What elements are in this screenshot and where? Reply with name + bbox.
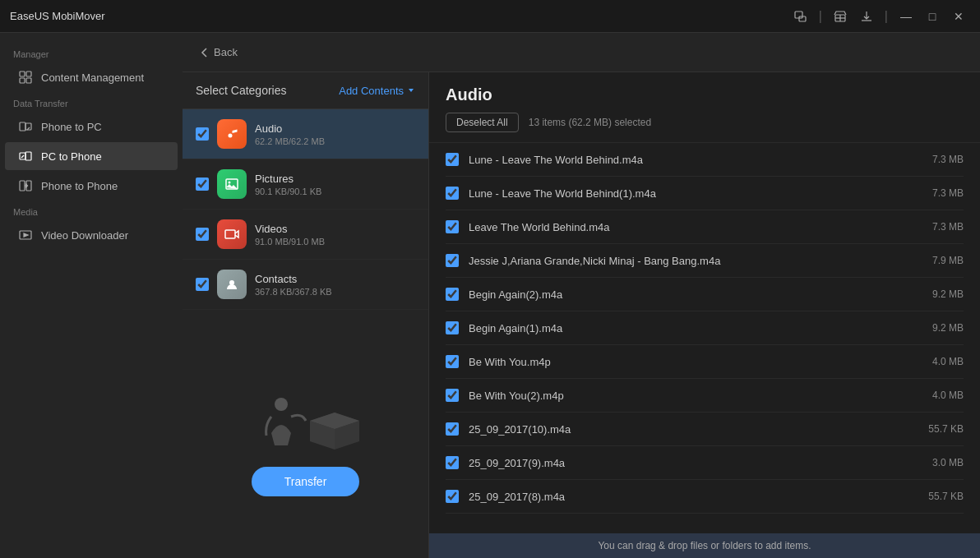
files-title: Audio — [446, 85, 964, 104]
file-item: Begin Again(1).m4a 9.2 MB — [446, 311, 964, 345]
contacts-checkbox[interactable] — [196, 278, 209, 291]
pictures-icon — [217, 169, 247, 199]
videos-size: 91.0 MB/91.0 MB — [255, 237, 415, 247]
audio-checkbox[interactable] — [196, 127, 209, 141]
file-size-1: 7.3 MB — [906, 187, 964, 199]
file-item: Be With You.m4p 4.0 MB — [446, 345, 964, 379]
minimize-button[interactable]: — — [894, 5, 918, 28]
svg-point-23 — [229, 182, 231, 184]
videos-info: Videos 91.0 MB/91.0 MB — [255, 223, 415, 247]
file-name-9: 25_09_2017(9).m4a — [469, 457, 896, 469]
sep1: | — [819, 9, 822, 24]
audio-icon — [217, 119, 247, 149]
contacts-icon — [217, 270, 247, 299]
file-name-7: Be With You(2).m4p — [469, 390, 896, 402]
pictures-info: Pictures 90.1 KB/90.1 KB — [255, 173, 415, 196]
app-title: EaseUS MobiMover — [10, 10, 105, 22]
data-transfer-label: Data Transfer — [0, 92, 183, 112]
file-item: Lune - Leave The World Behind(1).m4a 7.3… — [446, 177, 964, 210]
deselect-all-button[interactable]: Deselect All — [446, 113, 519, 132]
top-bar: Back — [183, 33, 980, 72]
file-checkbox-9[interactable] — [446, 456, 459, 469]
download-button[interactable] — [855, 5, 878, 28]
maximize-button[interactable]: □ — [921, 5, 944, 28]
phone-to-phone-label: Phone to Phone — [41, 180, 118, 192]
file-item: Leave The World Behind.m4a 7.3 MB — [446, 210, 964, 244]
categories-title: Select Categories — [196, 84, 287, 97]
file-size-10: 55.7 KB — [906, 491, 964, 502]
file-size-2: 7.3 MB — [906, 221, 964, 233]
sidebar-item-phone-to-pc[interactable]: Phone to PC — [5, 113, 178, 141]
category-audio[interactable]: Audio 62.2 MB/62.2 MB — [183, 109, 428, 159]
contacts-size: 367.8 KB/367.8 KB — [255, 287, 415, 297]
file-checkbox-0[interactable] — [446, 153, 459, 166]
file-checkbox-3[interactable] — [446, 254, 459, 267]
title-bar-controls: | | — □ ✕ — [789, 5, 970, 28]
svg-marker-18 — [26, 184, 28, 187]
pictures-name: Pictures — [255, 173, 415, 185]
videos-name: Videos — [255, 223, 415, 235]
file-checkbox-2[interactable] — [446, 220, 459, 233]
content-management-icon — [18, 70, 33, 85]
file-checkbox-4[interactable] — [446, 288, 459, 301]
file-name-0: Lune - Leave The World Behind.m4a — [469, 154, 896, 166]
deselect-all-label: Deselect All — [456, 117, 508, 128]
category-pictures[interactable]: Pictures 90.1 KB/90.1 KB — [183, 159, 428, 210]
file-checkbox-5[interactable] — [446, 321, 459, 334]
file-item: Be With You(2).m4p 4.0 MB — [446, 379, 964, 413]
categories-header: Select Categories Add Contents — [183, 72, 428, 109]
file-checkbox-6[interactable] — [446, 355, 459, 368]
file-checkbox-10[interactable] — [446, 490, 459, 503]
phone-to-pc-icon — [18, 119, 33, 134]
content-management-label: Content Management — [41, 71, 144, 84]
svg-marker-21 — [409, 89, 414, 92]
files-header: Audio Deselect All 13 items (62.2 MB) se… — [429, 72, 980, 143]
file-item: Lune - Leave The World Behind.m4a 7.3 MB — [446, 143, 964, 177]
file-name-3: Jessie J,Ariana Grande,Nicki Minaj - Ban… — [469, 255, 896, 267]
transfer-button[interactable]: Transfer — [252, 467, 360, 496]
file-checkbox-1[interactable] — [446, 187, 459, 200]
file-name-8: 25_09_2017(10).m4a — [469, 423, 896, 436]
title-bar-left: EaseUS MobiMover — [10, 10, 105, 22]
svg-rect-15 — [20, 181, 25, 191]
sidebar-item-phone-to-phone[interactable]: Phone to Phone — [5, 172, 178, 200]
files-list[interactable]: Lune - Leave The World Behind.m4a 7.3 MB… — [429, 143, 980, 533]
main-layout: Manager Content Management Data Transfer — [0, 33, 980, 558]
category-videos[interactable]: Videos 91.0 MB/91.0 MB — [183, 210, 428, 260]
file-name-4: Begin Again(2).m4a — [469, 288, 896, 301]
media-label: Media — [0, 201, 183, 220]
sidebar-item-content-management[interactable]: Content Management — [5, 63, 178, 91]
file-item: 25_09_2017(9).m4a 3.0 MB — [446, 446, 964, 480]
file-checkbox-7[interactable] — [446, 389, 459, 402]
sidebar-item-video-downloader[interactable]: Video Downloader — [5, 221, 178, 249]
store-button[interactable] — [829, 5, 852, 28]
svg-line-14 — [21, 155, 24, 158]
file-item: Jessie J,Ariana Grande,Nicki Minaj - Ban… — [446, 244, 964, 278]
sidebar-item-pc-to-phone[interactable]: PC to Phone — [5, 142, 178, 170]
audio-info: Audio 62.2 MB/62.2 MB — [255, 122, 415, 146]
audio-name: Audio — [255, 122, 415, 135]
svg-point-26 — [275, 398, 288, 411]
content-area: Back Select Categories Add Contents — [183, 33, 980, 558]
pictures-checkbox[interactable] — [196, 178, 209, 191]
devices-button[interactable] — [789, 5, 812, 28]
file-name-6: Be With You.m4p — [469, 356, 896, 368]
svg-rect-8 — [26, 78, 31, 83]
file-item: 25_09_2017(10).m4a 55.7 KB — [446, 413, 964, 446]
file-size-9: 3.0 MB — [906, 457, 964, 468]
videos-checkbox[interactable] — [196, 228, 209, 241]
file-item: 25_09_2017(8).m4a 55.7 KB — [446, 480, 964, 514]
selection-info: 13 items (62.2 MB) selected — [529, 117, 651, 128]
file-size-5: 9.2 MB — [906, 322, 964, 334]
close-button[interactable]: ✕ — [947, 5, 970, 28]
phone-to-phone-icon — [18, 178, 33, 193]
files-controls: Deselect All 13 items (62.2 MB) selected — [446, 113, 964, 132]
svg-rect-13 — [25, 152, 31, 160]
phone-to-pc-label: Phone to PC — [41, 121, 102, 133]
pictures-size: 90.1 KB/90.1 KB — [255, 187, 415, 196]
category-contacts[interactable]: Contacts 367.8 KB/367.8 KB — [183, 260, 428, 310]
sep2: | — [885, 9, 888, 24]
back-button[interactable]: Back — [199, 46, 238, 58]
file-checkbox-8[interactable] — [446, 422, 459, 436]
add-contents-button[interactable]: Add Contents — [339, 85, 415, 97]
